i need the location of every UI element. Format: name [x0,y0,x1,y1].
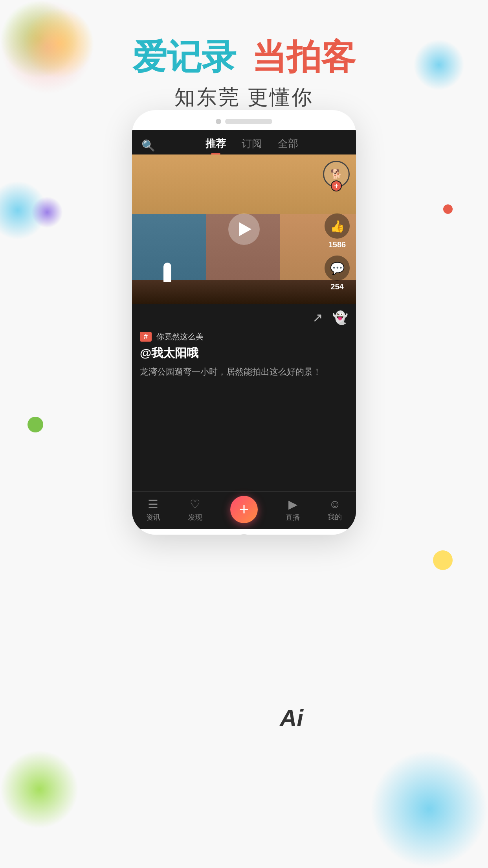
ghost-button[interactable]: 👻 [332,310,348,325]
headline-row: 爱记录 当拍客 [132,38,356,76]
play-triangle-icon [239,222,251,236]
tag-row: # 你竟然这么美 [140,331,348,342]
header-section: 爱记录 当拍客 知东莞 更懂你 [0,0,488,126]
video-actions: 👍 1586 💬 254 [325,213,350,296]
app-content: 🔍 推荐 订阅 全部 [132,130,356,529]
live-icon: ▶ [288,497,297,511]
subheadline: 知东莞 更懂你 [174,84,314,111]
search-icon[interactable]: 🔍 [141,139,157,152]
tagline-red: 当拍客 [252,38,356,76]
nav-item-news[interactable]: ☰ 资讯 [146,497,160,522]
news-label: 资讯 [146,513,160,522]
hashtag-badge: # [140,332,152,342]
comment-count: 254 [330,282,343,291]
bg-blob-green-bottom-left [0,750,79,829]
like-button[interactable]: 👍 [325,213,350,239]
bg-blob-green-mid [28,417,43,432]
news-icon: ☰ [148,497,158,511]
home-button[interactable] [232,534,256,535]
create-button[interactable]: + [230,496,258,523]
discover-label: 发现 [188,513,202,522]
phone-home-area [132,529,356,535]
user-mention[interactable]: @我太阳哦 [140,345,348,361]
nav-item-discover[interactable]: ♡ 发现 [188,497,202,522]
discover-icon: ♡ [190,497,200,511]
tag-text: 你竟然这么美 [156,331,204,342]
profile-label: 我的 [328,512,342,522]
bg-blob-blue-bottom-right [370,750,488,868]
phone-notch [132,110,356,130]
play-button[interactable] [228,213,260,245]
tab-all[interactable]: 全部 [278,137,298,154]
nav-item-profile[interactable]: ☺ 我的 [328,497,342,522]
bg-blob-purple-left [31,197,63,228]
scene-sky [132,154,356,214]
profile-icon: ☺ [329,497,341,511]
live-label: 直播 [286,513,300,522]
tagline-blue: 爱记录 [132,38,236,76]
avatar-container[interactable]: 🐕 + [323,161,350,188]
phone-camera-dot [216,119,221,124]
follow-button[interactable]: + [331,180,342,191]
avatar-emoji: 🐕 [330,169,342,180]
action-row: ↗ 👻 [140,310,348,325]
like-count: 1586 [328,240,346,249]
nav-item-live[interactable]: ▶ 直播 [286,497,300,522]
bg-blob-red-right [443,204,453,214]
video-area: 🐕 + 👍 1586 💬 254 [132,154,356,304]
bottom-nav: ☰ 资讯 ♡ 发现 + ▶ 直播 ☺ 我的 [132,491,356,529]
nav-tabs: 推荐 订阅 全部 [157,137,347,154]
top-nav: 🔍 推荐 订阅 全部 [132,130,356,154]
tab-recommended[interactable]: 推荐 [205,137,226,154]
video-description: 龙湾公园遛弯一小时，居然能拍出这么好的景！ [140,365,348,378]
scene-ground [132,280,356,304]
tab-subscribed[interactable]: 订阅 [242,137,262,154]
phone-frame: 🔍 推荐 订阅 全部 [132,110,356,535]
share-button[interactable]: ↗ [312,310,323,325]
comment-button[interactable]: 💬 [325,256,350,281]
video-below: ↗ 👻 # 你竟然这么美 @我太阳哦 龙湾公园遛弯一小时，居然能拍出这么好的景！ [132,304,356,491]
bg-blob-yellow-right [433,550,453,570]
person-figure [163,263,171,282]
ai-label: Ai [280,704,303,732]
phone-speaker-bar [225,119,272,124]
